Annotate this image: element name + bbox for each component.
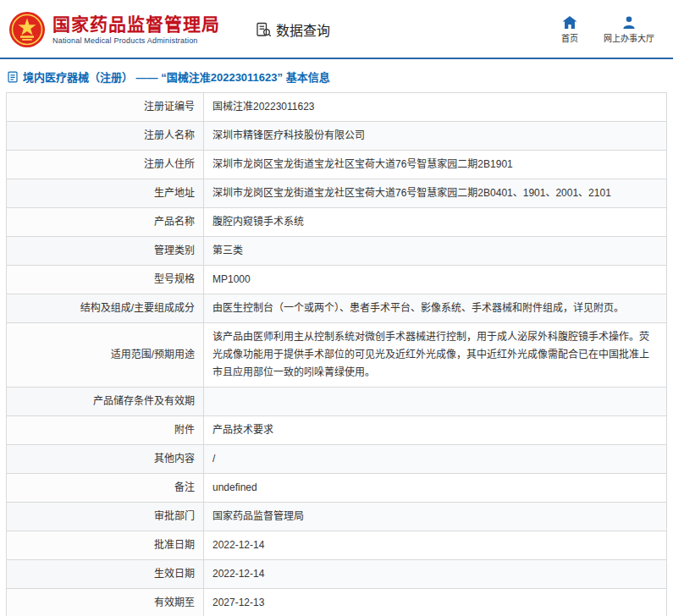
row-value: 深圳市精锋医疗科技股份有限公司 <box>204 122 667 151</box>
table-row: 管理类别第三类 <box>7 237 667 266</box>
row-value: 国械注准20223011623 <box>204 93 667 122</box>
site-header: 国家药品监督管理局 National Medical Products Admi… <box>0 0 673 58</box>
row-value: 深圳市龙岗区宝龙街道宝龙社区宝荷大道76号智慧家园二期2B0401、1901、2… <box>204 179 667 208</box>
row-label: 有效期至 <box>7 589 204 616</box>
row-label: 注册人住所 <box>7 151 204 179</box>
agency-name-cn: 国家药品监督管理局 <box>52 14 220 35</box>
brand[interactable]: 国家药品监督管理局 National Medical Products Admi… <box>8 11 220 48</box>
table-row: 有效期至2027-12-13 <box>7 589 667 616</box>
row-value: 由医生控制台（一个或两个）、患者手术平台、影像系统、手术器械和附件组成，详见附页… <box>204 294 667 323</box>
row-label: 批准日期 <box>7 531 204 560</box>
document-icon <box>7 71 19 83</box>
brand-text: 国家药品监督管理局 National Medical Products Admi… <box>52 14 220 45</box>
table-row: 产品名称腹腔内窥镜手术系统 <box>7 208 667 237</box>
row-value: 产品技术要求 <box>204 416 667 445</box>
row-label: 其他内容 <box>7 445 204 474</box>
page-title-bar: 境内医疗器械（注册） —— “国械注准20223011623” 基本信息 <box>0 59 673 92</box>
row-value: 深圳市龙岗区宝龙街道宝龙社区宝荷大道76号智慧家园二期2B1901 <box>204 151 667 179</box>
row-label: 产品储存条件及有效期 <box>7 388 204 416</box>
row-label: 管理类别 <box>7 237 204 266</box>
row-label: 适用范围/预期用途 <box>7 323 204 388</box>
row-label: 结构及组成/主要组成成分 <box>7 294 204 323</box>
nav-home[interactable]: 首页 <box>561 15 578 44</box>
agency-name-en: National Medical Products Administration <box>52 36 220 45</box>
table-row: 审批部门国家药品监督管理局 <box>7 503 667 531</box>
row-value: undefined <box>204 474 667 503</box>
row-label: 注册人名称 <box>7 122 204 151</box>
row-label: 附件 <box>7 416 204 445</box>
row-label: 注册证编号 <box>7 93 204 122</box>
table-row: 注册人名称深圳市精锋医疗科技股份有限公司 <box>7 122 667 151</box>
page-title: 境内医疗器械（注册） —— “国械注准20223011623” 基本信息 <box>23 69 330 85</box>
table-row: 备注undefined <box>7 474 667 503</box>
data-query-tab[interactable]: 数据查询 <box>256 19 330 40</box>
table-row: 其他内容/ <box>7 445 667 474</box>
table-row: 结构及组成/主要组成成分由医生控制台（一个或两个）、患者手术平台、影像系统、手术… <box>7 294 667 323</box>
nav-service-hall[interactable]: 网上办事大厅 <box>604 15 654 44</box>
row-value: MP1000 <box>204 266 667 294</box>
table-row: 产品储存条件及有效期 <box>7 388 667 416</box>
row-label: 型号规格 <box>7 266 204 294</box>
row-value: 2022-12-14 <box>204 560 667 589</box>
row-value: 2027-12-13 <box>204 589 667 616</box>
table-row: 生效日期2022-12-14 <box>7 560 667 589</box>
table-row: 适用范围/预期用途该产品由医师利用主从控制系统对微创手术器械进行控制，用于成人泌… <box>7 323 667 388</box>
table-row: 型号规格MP1000 <box>7 266 667 294</box>
nav-service-hall-label: 网上办事大厅 <box>604 31 654 44</box>
table-row: 注册人住所深圳市龙岗区宝龙街道宝龙社区宝荷大道76号智慧家园二期2B1901 <box>7 151 667 179</box>
top-nav: 首页 网上办事大厅 <box>561 15 661 44</box>
table-row: 生产地址深圳市龙岗区宝龙街道宝龙社区宝荷大道76号智慧家园二期2B0401、19… <box>7 179 667 208</box>
info-table: 注册证编号国械注准20223011623注册人名称深圳市精锋医疗科技股份有限公司… <box>6 92 667 616</box>
row-label: 生产地址 <box>7 179 204 208</box>
row-label: 产品名称 <box>7 208 204 237</box>
home-icon <box>561 15 578 30</box>
row-value: 该产品由医师利用主从控制系统对微创手术器械进行控制，用于成人泌尿外科腹腔镜手术操… <box>204 323 667 388</box>
row-label: 备注 <box>7 474 204 503</box>
national-emblem-icon <box>8 11 46 48</box>
info-table-body: 注册证编号国械注准20223011623注册人名称深圳市精锋医疗科技股份有限公司… <box>7 93 667 616</box>
table-row: 批准日期2022-12-14 <box>7 531 667 560</box>
row-value: 腹腔内窥镜手术系统 <box>204 208 667 237</box>
row-value: 国家药品监督管理局 <box>204 503 667 531</box>
row-value: 第三类 <box>204 237 667 266</box>
data-query-label: 数据查询 <box>276 19 330 40</box>
row-label: 生效日期 <box>7 560 204 589</box>
nav-home-label: 首页 <box>561 31 578 44</box>
table-row: 注册证编号国械注准20223011623 <box>7 93 667 122</box>
data-query-icon <box>256 22 272 38</box>
table-row: 附件产品技术要求 <box>7 416 667 445</box>
row-value <box>204 388 667 416</box>
row-value: / <box>204 445 667 474</box>
row-label: 审批部门 <box>7 503 204 531</box>
user-icon <box>621 15 637 30</box>
row-value: 2022-12-14 <box>204 531 667 560</box>
